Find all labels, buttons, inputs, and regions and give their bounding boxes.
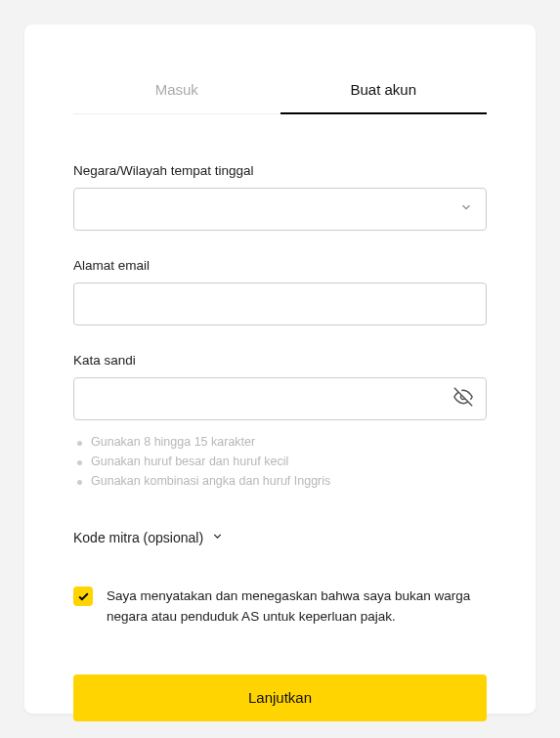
country-group: Negara/Wilayah tempat tinggal [73, 163, 487, 231]
country-label: Negara/Wilayah tempat tinggal [73, 163, 487, 178]
email-group: Alamat email [73, 258, 487, 326]
password-label: Kata sandi [73, 353, 487, 368]
password-hint: Gunakan 8 hingga 15 karakter [73, 432, 487, 452]
partner-code-label: Kode mitra (opsional) [73, 530, 203, 545]
password-hint: Gunakan huruf besar dan huruf kecil [73, 452, 487, 471]
password-input[interactable] [73, 377, 487, 420]
password-hint: Gunakan kombinasi angka dan huruf Inggri… [73, 471, 487, 491]
eye-off-icon[interactable] [453, 387, 473, 411]
tab-login[interactable]: Masuk [73, 64, 280, 113]
country-input[interactable] [73, 188, 487, 231]
partner-code-toggle[interactable]: Kode mitra (opsional) [73, 530, 487, 545]
tab-signup[interactable]: Buat akun [280, 64, 488, 114]
signup-card: Masuk Buat akun Negara/Wilayah tempat ti… [24, 24, 536, 714]
declaration-checkbox[interactable] [73, 586, 93, 606]
email-input[interactable] [73, 282, 487, 326]
password-group: Kata sandi Gunakan 8 hingga 15 karakter … [73, 353, 487, 491]
email-label: Alamat email [73, 258, 487, 273]
country-select[interactable] [73, 188, 487, 231]
continue-button[interactable]: Lanjutkan [73, 674, 487, 721]
password-hints: Gunakan 8 hingga 15 karakter Gunakan hur… [73, 432, 487, 491]
auth-tabs: Masuk Buat akun [73, 64, 487, 114]
declaration-text: Saya menyatakan dan menegaskan bahwa say… [107, 586, 487, 628]
chevron-down-icon [211, 530, 224, 545]
tax-declaration: Saya menyatakan dan menegaskan bahwa say… [73, 586, 487, 628]
